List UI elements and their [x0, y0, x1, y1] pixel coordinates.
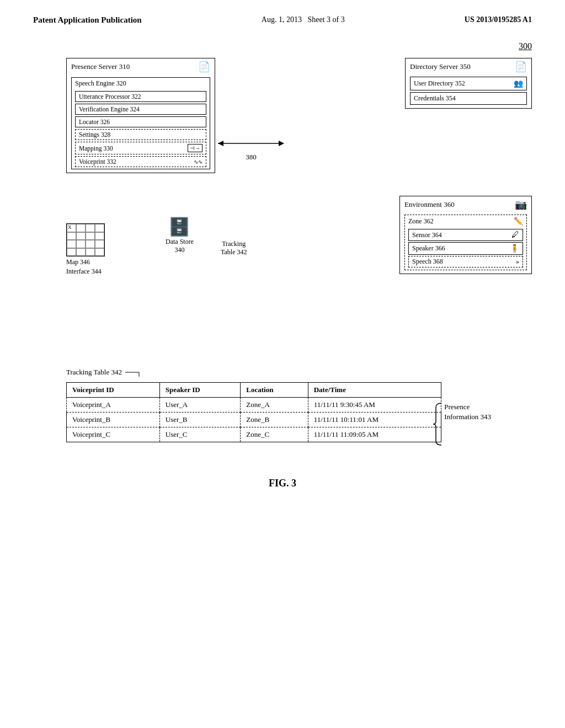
- cell-location-b: Zone_B: [241, 413, 308, 427]
- table-wrapper: Voiceprint ID Speaker ID Location Date/T…: [33, 382, 441, 442]
- map-label: Map 346: [66, 258, 105, 266]
- environment-title: Environment 360 📷: [400, 196, 531, 213]
- verification-engine-box: Verification Engine 324: [75, 104, 206, 115]
- table-row: Voiceprint_C User_C Zone_C 11/11/11 11:0…: [67, 427, 441, 442]
- locator-box: Locator 326: [75, 116, 206, 127]
- voiceprint-wave-icon: ∿∿: [194, 159, 202, 165]
- directory-server-box: Directory Server 350 📄 User Directory 35…: [405, 58, 532, 109]
- cell-speaker-a: User_A: [159, 398, 241, 413]
- cell-location-c: Zone_C: [241, 427, 308, 442]
- mapping-box: Mapping 330 ⊣→: [75, 142, 206, 154]
- cell-speaker-b: User_B: [159, 413, 241, 427]
- cell-voiceprint-b: Voiceprint_B: [67, 413, 160, 427]
- zone-edit-icon: ✏️: [514, 217, 523, 226]
- utterance-processor-box: Utterance Processor 322: [75, 91, 206, 102]
- tracking-table: Voiceprint ID Speaker ID Location Date/T…: [66, 382, 441, 442]
- presence-information-label: PresenceInformation 343: [444, 402, 491, 422]
- figure-label: FIG. 3: [0, 478, 565, 489]
- credentials-box: Credentials 354: [410, 92, 527, 105]
- col-location: Location: [241, 383, 308, 398]
- arrow-label: 380: [246, 153, 257, 162]
- speaker-box: Speaker 366 🧍: [408, 242, 523, 255]
- sensor-icon: 🖊: [511, 231, 519, 239]
- cell-datetime-a: 11/11/11 9:30:45 AM: [308, 398, 441, 413]
- sensor-box: Sensor 364 🖊: [408, 229, 523, 241]
- speech-engine-title: Speech Engine 320: [72, 78, 210, 89]
- main-diagram: 300 Presence Server 310 📄 Speech Engine …: [33, 36, 532, 356]
- speech-waves-icon: »: [516, 258, 519, 266]
- interface-label: Interface 344: [66, 267, 105, 276]
- zone-box: Zone 362 ✏️ Sensor 364 🖊 Speaker 366 🧍 S…: [404, 215, 527, 270]
- users-icon: 👥: [514, 79, 523, 88]
- tracking-table-diagram-label: Tracking Table 342: [221, 240, 247, 256]
- cell-speaker-c: User_C: [159, 427, 241, 442]
- mapping-icon: ⊣→: [188, 144, 202, 152]
- publication-date: Aug. 1, 2013 Sheet 3 of 3: [262, 15, 345, 24]
- datastore-label: Data Store 340: [166, 238, 194, 254]
- server-doc-icon: 📄: [198, 61, 210, 73]
- page-header: Patent Application Publication Aug. 1, 2…: [0, 0, 565, 25]
- table-row: Voiceprint_B User_B Zone_B 11/11/11 10:1…: [67, 413, 441, 427]
- cell-voiceprint-c: Voiceprint_C: [67, 427, 160, 442]
- datastore-area: 🗄️ Data Store 340: [166, 218, 194, 254]
- presence-server-title: Presence Server 310 📄: [67, 58, 215, 75]
- datastore-icon: 🗄️: [166, 218, 194, 235]
- user-directory-box: User Directory 352 👥: [410, 77, 527, 90]
- col-voiceprint-id: Voiceprint ID: [67, 383, 160, 398]
- table-header-row: Voiceprint ID Speaker ID Location Date/T…: [67, 383, 441, 398]
- environment-doc-icon: 📷: [515, 199, 527, 211]
- tracking-arrow: [125, 367, 142, 378]
- speaker-person-icon: 🧍: [510, 244, 519, 253]
- col-datetime: Date/Time: [308, 383, 441, 398]
- cell-location-a: Zone_A: [241, 398, 308, 413]
- tracking-table-section: Tracking Table 342 Voiceprint ID Speaker…: [33, 367, 532, 445]
- svg-marker-1: [218, 141, 223, 146]
- cell-datetime-c: 11/11/11 11:09:05 AM: [308, 427, 441, 442]
- presence-server-box: Presence Server 310 📄 Speech Engine 320 …: [66, 58, 215, 173]
- svg-marker-2: [279, 141, 284, 146]
- table-row: Voiceprint_A User_A Zone_A 11/11/11 9:30…: [67, 398, 441, 413]
- tracking-table-label: Tracking Table 342: [66, 368, 122, 377]
- zone-title: Zone 362 ✏️: [405, 215, 526, 228]
- directory-server-title: Directory Server 350 📄: [406, 58, 531, 75]
- patent-title: Patent Application Publication: [33, 15, 142, 25]
- cell-datetime-b: 11/11/11 10:11:01 AM: [308, 413, 441, 427]
- map-grid: [66, 223, 105, 256]
- cell-voiceprint-a: Voiceprint_A: [67, 398, 160, 413]
- speech-box: Speech 368 »: [408, 256, 523, 267]
- diagram-number: 300: [519, 41, 532, 51]
- directory-doc-icon: 📄: [515, 61, 527, 73]
- arrow-380: 380: [218, 135, 284, 162]
- speech-engine-box: Speech Engine 320 Utterance Processor 32…: [71, 77, 210, 169]
- col-speaker-id: Speaker ID: [159, 383, 241, 398]
- settings-box: Settings 328: [75, 129, 206, 140]
- voiceprint-box: Voiceprint 332 ∿∿: [75, 156, 206, 167]
- patent-number: US 2013/0195285 A1: [465, 15, 532, 24]
- environment-box: Environment 360 📷 Zone 362 ✏️ Sensor 364…: [399, 196, 532, 274]
- map-area: Map 346 Interface 344: [66, 223, 105, 276]
